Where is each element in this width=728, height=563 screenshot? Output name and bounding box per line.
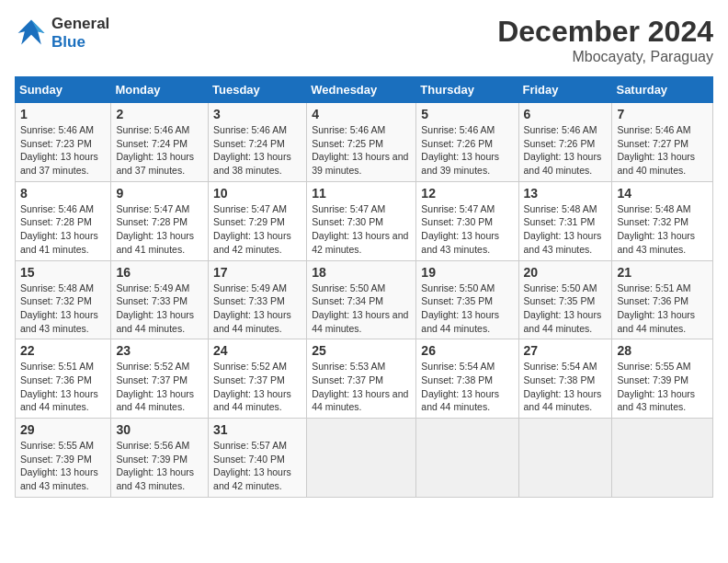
calendar-cell: 28Sunrise: 5:55 AMSunset: 7:39 PMDayligh… <box>612 339 713 419</box>
day-info: Sunrise: 5:52 AMSunset: 7:37 PMDaylight:… <box>116 360 203 414</box>
day-info: Sunrise: 5:53 AMSunset: 7:37 PMDaylight:… <box>312 360 411 414</box>
calendar-cell: 10Sunrise: 5:47 AMSunset: 7:29 PMDayligh… <box>209 181 307 260</box>
day-number: 21 <box>617 265 708 280</box>
day-info: Sunrise: 5:46 AMSunset: 7:25 PMDaylight:… <box>312 123 411 178</box>
logo-text: General Blue <box>51 15 109 52</box>
day-info: Sunrise: 5:46 AMSunset: 7:23 PMDaylight:… <box>20 123 106 178</box>
calendar-cell: 8Sunrise: 5:46 AMSunset: 7:28 PMDaylight… <box>16 181 111 260</box>
calendar-cell: 5Sunrise: 5:46 AMSunset: 7:26 PMDaylight… <box>416 103 518 182</box>
calendar-cell: 17Sunrise: 5:49 AMSunset: 7:33 PMDayligh… <box>209 260 307 339</box>
calendar-cell: 27Sunrise: 5:54 AMSunset: 7:38 PMDayligh… <box>518 339 612 419</box>
day-info: Sunrise: 5:47 AMSunset: 7:30 PMDaylight:… <box>421 202 513 257</box>
calendar-cell: 6Sunrise: 5:46 AMSunset: 7:26 PMDaylight… <box>518 103 612 182</box>
calendar-cell: 29Sunrise: 5:55 AMSunset: 7:39 PMDayligh… <box>16 419 111 498</box>
calendar-week-4: 22Sunrise: 5:51 AMSunset: 7:36 PMDayligh… <box>16 339 713 419</box>
column-header-sunday: Sunday <box>16 77 111 103</box>
day-number: 9 <box>116 186 203 201</box>
day-info: Sunrise: 5:57 AMSunset: 7:40 PMDaylight:… <box>213 439 301 493</box>
calendar-cell: 1Sunrise: 5:46 AMSunset: 7:23 PMDaylight… <box>16 103 111 182</box>
calendar-cell: 3Sunrise: 5:46 AMSunset: 7:24 PMDaylight… <box>209 103 307 182</box>
calendar-header-row: SundayMondayTuesdayWednesdayThursdayFrid… <box>16 77 713 103</box>
calendar-cell: 23Sunrise: 5:52 AMSunset: 7:37 PMDayligh… <box>111 339 209 419</box>
day-info: Sunrise: 5:54 AMSunset: 7:38 PMDaylight:… <box>524 360 608 414</box>
calendar-cell: 11Sunrise: 5:47 AMSunset: 7:30 PMDayligh… <box>307 181 416 260</box>
column-header-friday: Friday <box>518 77 612 103</box>
calendar-cell: 16Sunrise: 5:49 AMSunset: 7:33 PMDayligh… <box>111 260 209 339</box>
day-number: 26 <box>421 343 513 358</box>
day-number: 17 <box>213 265 301 280</box>
calendar-cell: 21Sunrise: 5:51 AMSunset: 7:36 PMDayligh… <box>612 260 713 339</box>
day-info: Sunrise: 5:46 AMSunset: 7:26 PMDaylight:… <box>524 123 608 178</box>
day-number: 8 <box>20 186 106 201</box>
day-info: Sunrise: 5:51 AMSunset: 7:36 PMDaylight:… <box>20 360 106 414</box>
calendar-week-1: 1Sunrise: 5:46 AMSunset: 7:23 PMDaylight… <box>16 103 713 182</box>
day-info: Sunrise: 5:47 AMSunset: 7:30 PMDaylight:… <box>312 202 411 257</box>
calendar-cell: 22Sunrise: 5:51 AMSunset: 7:36 PMDayligh… <box>16 339 111 419</box>
calendar-cell <box>307 419 416 498</box>
day-number: 27 <box>524 343 608 358</box>
day-info: Sunrise: 5:48 AMSunset: 7:31 PMDaylight:… <box>524 202 608 257</box>
calendar-cell: 14Sunrise: 5:48 AMSunset: 7:32 PMDayligh… <box>612 181 713 260</box>
day-number: 10 <box>213 186 301 201</box>
day-info: Sunrise: 5:50 AMSunset: 7:35 PMDaylight:… <box>421 282 513 336</box>
day-info: Sunrise: 5:50 AMSunset: 7:34 PMDaylight:… <box>312 282 411 336</box>
calendar-cell: 24Sunrise: 5:52 AMSunset: 7:37 PMDayligh… <box>209 339 307 419</box>
day-number: 19 <box>421 265 513 280</box>
day-info: Sunrise: 5:55 AMSunset: 7:39 PMDaylight:… <box>20 439 106 493</box>
calendar-cell: 26Sunrise: 5:54 AMSunset: 7:38 PMDayligh… <box>416 339 518 419</box>
calendar-cell <box>518 419 612 498</box>
day-number: 1 <box>20 107 106 121</box>
day-info: Sunrise: 5:46 AMSunset: 7:24 PMDaylight:… <box>213 123 301 178</box>
day-number: 22 <box>20 343 106 358</box>
column-header-wednesday: Wednesday <box>307 77 416 103</box>
page-subtitle: Mbocayaty, Paraguay <box>497 49 713 65</box>
day-info: Sunrise: 5:55 AMSunset: 7:39 PMDaylight:… <box>617 360 708 414</box>
day-number: 2 <box>116 107 203 121</box>
day-number: 11 <box>312 186 411 201</box>
logo-icon <box>15 17 48 50</box>
day-number: 25 <box>312 343 411 358</box>
day-number: 5 <box>421 107 513 121</box>
day-number: 20 <box>524 265 608 280</box>
day-info: Sunrise: 5:56 AMSunset: 7:39 PMDaylight:… <box>116 439 203 493</box>
day-number: 29 <box>20 422 106 437</box>
calendar-cell: 9Sunrise: 5:47 AMSunset: 7:28 PMDaylight… <box>111 181 209 260</box>
page-title: December 2024 <box>497 15 713 49</box>
day-info: Sunrise: 5:48 AMSunset: 7:32 PMDaylight:… <box>617 202 708 257</box>
calendar-cell: 31Sunrise: 5:57 AMSunset: 7:40 PMDayligh… <box>209 419 307 498</box>
calendar-cell: 4Sunrise: 5:46 AMSunset: 7:25 PMDaylight… <box>307 103 416 182</box>
calendar-cell: 15Sunrise: 5:48 AMSunset: 7:32 PMDayligh… <box>16 260 111 339</box>
day-info: Sunrise: 5:52 AMSunset: 7:37 PMDaylight:… <box>213 360 301 414</box>
day-info: Sunrise: 5:49 AMSunset: 7:33 PMDaylight:… <box>116 282 203 336</box>
calendar-table: SundayMondayTuesdayWednesdayThursdayFrid… <box>15 76 713 498</box>
day-number: 4 <box>312 107 411 121</box>
day-number: 13 <box>524 186 608 201</box>
day-info: Sunrise: 5:47 AMSunset: 7:29 PMDaylight:… <box>213 202 301 257</box>
calendar-cell: 19Sunrise: 5:50 AMSunset: 7:35 PMDayligh… <box>416 260 518 339</box>
day-info: Sunrise: 5:54 AMSunset: 7:38 PMDaylight:… <box>421 360 513 414</box>
day-info: Sunrise: 5:46 AMSunset: 7:24 PMDaylight:… <box>116 123 203 178</box>
day-number: 28 <box>617 343 708 358</box>
calendar-cell: 25Sunrise: 5:53 AMSunset: 7:37 PMDayligh… <box>307 339 416 419</box>
day-number: 18 <box>312 265 411 280</box>
page-header: General Blue December 2024 Mbocayaty, Pa… <box>15 15 713 65</box>
day-number: 24 <box>213 343 301 358</box>
svg-marker-0 <box>18 20 45 45</box>
logo: General Blue <box>15 15 109 52</box>
day-info: Sunrise: 5:50 AMSunset: 7:35 PMDaylight:… <box>524 282 608 336</box>
day-number: 15 <box>20 265 106 280</box>
day-info: Sunrise: 5:47 AMSunset: 7:28 PMDaylight:… <box>116 202 203 257</box>
column-header-thursday: Thursday <box>416 77 518 103</box>
calendar-week-3: 15Sunrise: 5:48 AMSunset: 7:32 PMDayligh… <box>16 260 713 339</box>
day-number: 16 <box>116 265 203 280</box>
calendar-cell: 30Sunrise: 5:56 AMSunset: 7:39 PMDayligh… <box>111 419 209 498</box>
day-number: 14 <box>617 186 708 201</box>
day-info: Sunrise: 5:46 AMSunset: 7:26 PMDaylight:… <box>421 123 513 178</box>
title-block: December 2024 Mbocayaty, Paraguay <box>497 15 713 65</box>
day-info: Sunrise: 5:46 AMSunset: 7:28 PMDaylight:… <box>20 202 106 257</box>
day-number: 6 <box>524 107 608 121</box>
calendar-cell: 12Sunrise: 5:47 AMSunset: 7:30 PMDayligh… <box>416 181 518 260</box>
column-header-saturday: Saturday <box>612 77 713 103</box>
calendar-week-5: 29Sunrise: 5:55 AMSunset: 7:39 PMDayligh… <box>16 419 713 498</box>
calendar-cell <box>416 419 518 498</box>
